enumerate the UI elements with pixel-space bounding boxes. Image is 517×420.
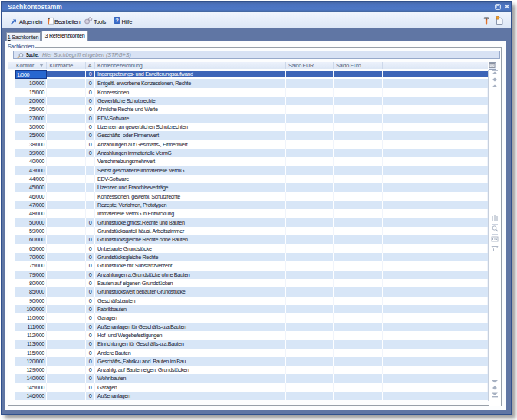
svg-text:?: ? (115, 17, 119, 24)
